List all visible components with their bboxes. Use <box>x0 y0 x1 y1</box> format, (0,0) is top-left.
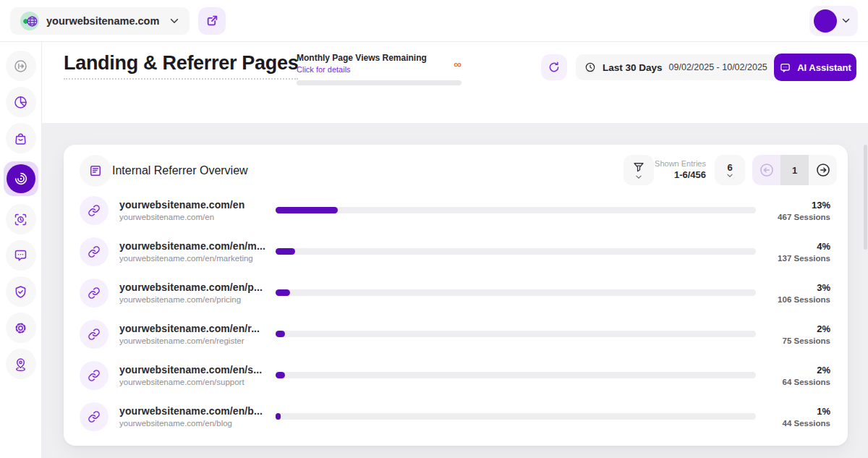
referrer-row[interactable]: yourwebsitename.com/en yourwebsitename.c… <box>64 190 848 231</box>
chevron-down-icon <box>841 16 851 25</box>
shown-entries-value: 1-6/456 <box>651 169 706 180</box>
ai-assistant-button[interactable]: AI Assistant <box>774 54 856 81</box>
session-count: 106 Sessions <box>762 295 830 304</box>
referrer-title: yourwebsitename.com/en/p... <box>119 281 270 293</box>
refresh-icon <box>548 61 561 74</box>
chevron-down-icon <box>635 174 642 180</box>
page-size-value: 6 <box>727 162 732 173</box>
link-icon <box>80 237 109 266</box>
referrer-labels: yourwebsitename.com/en/p... yourwebsiten… <box>112 281 270 304</box>
referrer-row[interactable]: yourwebsitename.com/en/p... yourwebsiten… <box>64 272 848 313</box>
referrer-row[interactable]: yourwebsitename.com/en/r... yourwebsiten… <box>64 313 848 355</box>
share-bar-track <box>276 413 756 420</box>
share-percent: 4% <box>762 241 830 252</box>
share-bar-track <box>276 207 756 213</box>
arrow-right-circle-icon <box>815 162 831 178</box>
referrer-labels: yourwebsitename.com/en/s... yourwebsiten… <box>112 364 270 386</box>
share-percent: 1% <box>762 406 830 417</box>
settings-gear-icon <box>13 321 28 336</box>
date-range-picker[interactable]: Last 30 Days 09/02/2025 - 10/02/2025 <box>576 54 791 80</box>
referrer-url: yourwebsitename.com/en <box>119 213 270 221</box>
report-document-icon <box>80 155 111 187</box>
referrer-row[interactable]: yourwebsitename.com/en/s... yourwebsiten… <box>64 355 848 396</box>
share-bar-track <box>276 331 756 337</box>
referrer-title: yourwebsitename.com/en/b... <box>119 405 270 417</box>
link-icon <box>80 196 109 225</box>
share-bar-fill <box>276 248 295 255</box>
referrer-url: yourwebsitename.com/en/pricing <box>119 295 270 304</box>
page-scrollbar[interactable] <box>864 145 867 250</box>
collapse-arrow-icon <box>13 59 28 74</box>
referrer-stats: 3% 106 Sessions <box>762 282 830 304</box>
refresh-button[interactable] <box>541 54 567 80</box>
share-bar-fill <box>276 413 281 420</box>
session-count: 75 Sessions <box>762 336 830 345</box>
radar-icon <box>7 164 35 193</box>
referrer-list: yourwebsitename.com/en yourwebsitename.c… <box>64 190 848 437</box>
referrer-url: yourwebsitename.com/en/register <box>119 336 270 345</box>
next-page-button[interactable] <box>809 155 837 185</box>
card-header: Internal Referrer Overview Shown Entrie <box>64 145 848 192</box>
sidebar-item-feedback[interactable] <box>6 240 36 271</box>
sidebar-item-security[interactable] <box>6 276 36 307</box>
ai-assistant-label: AI Assistant <box>797 62 851 73</box>
current-page-indicator[interactable]: 1 <box>780 155 809 185</box>
share-bar-fill <box>276 331 285 337</box>
quota-widget: Monthly Page Views Remaining Click for d… <box>297 53 461 85</box>
link-icon <box>80 279 109 308</box>
sidebar-item-collapse[interactable] <box>6 51 36 81</box>
sidebar-item-referrers-active[interactable] <box>4 161 38 196</box>
referrer-row[interactable]: yourwebsitename.com/en/m... yourwebsiten… <box>64 231 848 272</box>
referrer-labels: yourwebsitename.com/en/r... yourwebsiten… <box>112 323 270 345</box>
account-menu[interactable] <box>809 6 858 36</box>
referrer-row[interactable]: yourwebsitename.com/en/b... yourwebsiten… <box>64 396 848 437</box>
page-header: Landing & Referrer Pages Monthly Page Vi… <box>42 42 868 123</box>
referrer-title: yourwebsitename.com/en/s... <box>119 364 270 376</box>
share-bar-fill <box>276 289 290 296</box>
share-percent: 3% <box>762 282 830 293</box>
date-range-value: 09/02/2025 - 10/02/2025 <box>669 62 767 72</box>
shield-check-icon <box>13 284 28 300</box>
chevron-down-icon <box>726 173 733 179</box>
quota-progress-bar <box>297 80 461 85</box>
bag-icon <box>13 131 28 146</box>
location-pin-icon <box>13 357 28 372</box>
share-percent: 2% <box>762 365 830 376</box>
page-title: Landing & Referrer Pages <box>64 52 298 80</box>
analytics-dashboard: yourwebsitename.com <box>0 0 868 458</box>
pie-chart-icon <box>13 95 28 110</box>
page-size-selector[interactable]: 6 <box>715 155 745 185</box>
sidebar <box>0 42 42 458</box>
site-name: yourwebsitename.com <box>46 15 162 27</box>
previous-page-button[interactable] <box>752 155 780 185</box>
referrer-url: yourwebsitename.com/en/blog <box>119 419 270 428</box>
feedback-chat-icon <box>13 248 28 263</box>
site-selector[interactable]: yourwebsitename.com <box>10 7 190 35</box>
share-bar-track <box>276 248 756 255</box>
quota-details-link[interactable]: Click for details <box>297 65 427 74</box>
sidebar-item-store[interactable] <box>6 123 36 153</box>
chevron-down-icon <box>169 16 179 26</box>
session-count: 137 Sessions <box>762 254 830 263</box>
session-count: 467 Sessions <box>762 213 830 221</box>
sidebar-item-analytics[interactable] <box>6 87 36 117</box>
referrer-labels: yourwebsitename.com/en/b... yourwebsiten… <box>112 405 270 428</box>
session-capture-icon <box>13 212 28 227</box>
open-site-button[interactable] <box>198 7 226 35</box>
external-link-icon <box>206 14 218 27</box>
site-globe-icon <box>20 12 39 30</box>
clock-icon <box>584 62 596 73</box>
sidebar-item-locations[interactable] <box>6 349 36 379</box>
shown-entries-label: Shown Entries <box>651 159 706 168</box>
link-icon <box>80 402 109 431</box>
share-bar-track <box>276 372 756 378</box>
referrer-labels: yourwebsitename.com/en/m... yourwebsiten… <box>112 240 270 263</box>
main-area: Landing & Referrer Pages Monthly Page Vi… <box>42 42 868 458</box>
referrer-title: yourwebsitename.com/en/r... <box>119 323 270 334</box>
ai-chat-icon <box>779 62 791 74</box>
referrer-stats: 13% 467 Sessions <box>762 200 830 221</box>
filter-button[interactable] <box>624 155 654 185</box>
pagination: 1 <box>752 155 837 185</box>
sidebar-item-settings[interactable] <box>6 313 36 343</box>
sidebar-item-session-recordings[interactable] <box>6 204 36 234</box>
